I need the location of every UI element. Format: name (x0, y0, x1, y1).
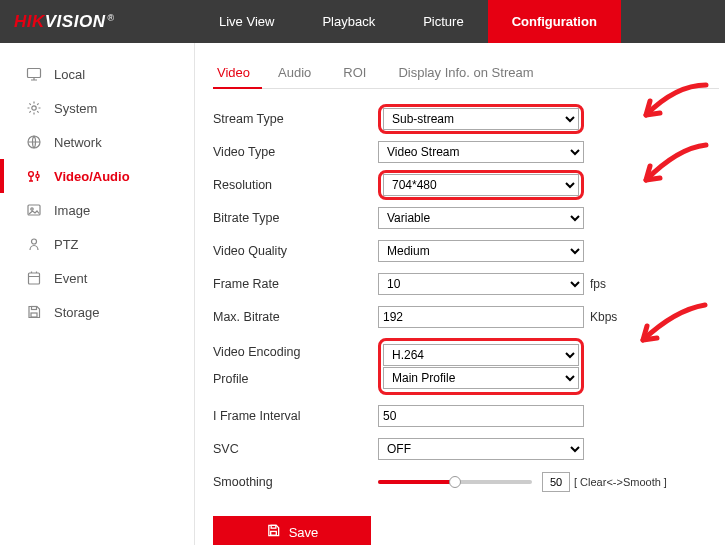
subtab-roi[interactable]: ROI (327, 59, 382, 88)
image-icon (26, 202, 42, 218)
svg-rect-11 (270, 531, 276, 535)
slider-thumb[interactable] (449, 476, 461, 488)
subtab-video[interactable]: Video (213, 59, 262, 88)
sidebar-item-network[interactable]: Network (0, 125, 194, 159)
sidebar-label: Video/Audio (54, 169, 130, 184)
label-frame-rate: Frame Rate (213, 277, 378, 291)
label-resolution: Resolution (213, 178, 378, 192)
sidebar-item-event[interactable]: Event (0, 261, 194, 295)
gear-icon (26, 100, 42, 116)
subtab-audio[interactable]: Audio (262, 59, 327, 88)
tab-picture[interactable]: Picture (399, 0, 487, 43)
app-header: HIKVISION® Live View Playback Picture Co… (0, 0, 725, 43)
highlight-resolution: 704*480 (378, 170, 584, 200)
tab-playback[interactable]: Playback (298, 0, 399, 43)
label-video-encoding: Video Encoding (213, 338, 378, 365)
tab-configuration[interactable]: Configuration (488, 0, 621, 43)
brand-part1: HIK (14, 12, 45, 32)
select-bitrate-type[interactable]: Variable (378, 207, 584, 229)
sidebar-item-storage[interactable]: Storage (0, 295, 194, 329)
sidebar-item-ptz[interactable]: PTZ (0, 227, 194, 261)
input-smoothing-value[interactable] (542, 472, 570, 492)
mic-icon (26, 168, 42, 184)
save-icon (26, 304, 42, 320)
monitor-icon (26, 66, 42, 82)
sidebar-item-video-audio[interactable]: Video/Audio (0, 159, 194, 193)
save-button-label: Save (289, 525, 319, 540)
label-svc: SVC (213, 442, 378, 456)
svg-point-1 (32, 106, 36, 110)
top-nav: Live View Playback Picture Configuration (195, 0, 621, 43)
brand-logo: HIKVISION® (0, 12, 195, 32)
select-profile[interactable]: Main Profile (383, 367, 579, 389)
tab-live-view[interactable]: Live View (195, 0, 298, 43)
svg-rect-0 (28, 69, 41, 78)
label-max-bitrate: Max. Bitrate (213, 310, 378, 324)
select-video-type[interactable]: Video Stream (378, 141, 584, 163)
select-stream-type[interactable]: Sub-stream (383, 108, 579, 130)
highlight-encoding-profile: H.264 Main Profile (378, 338, 584, 395)
label-stream-type: Stream Type (213, 112, 378, 126)
ptz-icon (26, 236, 42, 252)
subtabs: Video Audio ROI Display Info. on Stream (213, 59, 719, 89)
svg-rect-8 (29, 273, 40, 284)
select-video-encoding[interactable]: H.264 (383, 344, 579, 366)
unit-kbps: Kbps (590, 310, 617, 324)
sidebar-label: System (54, 101, 97, 116)
input-i-frame[interactable] (378, 405, 584, 427)
brand-part2: VISION (45, 12, 106, 32)
label-profile: Profile (213, 365, 378, 392)
input-max-bitrate[interactable] (378, 306, 584, 328)
label-smoothing: Smoothing (213, 475, 378, 489)
svg-rect-12 (271, 525, 276, 528)
svg-point-3 (29, 172, 34, 177)
sidebar-label: Local (54, 67, 85, 82)
event-icon (26, 270, 42, 286)
subtab-display-info[interactable]: Display Info. on Stream (382, 59, 549, 88)
globe-icon (26, 134, 42, 150)
select-svc[interactable]: OFF (378, 438, 584, 460)
sidebar-item-image[interactable]: Image (0, 193, 194, 227)
svg-point-6 (31, 208, 33, 210)
sidebar-label: Image (54, 203, 90, 218)
smoothing-range-label: [ Clear<->Smooth ] (574, 476, 667, 488)
sidebar-label: Network (54, 135, 102, 150)
highlight-stream-type: Sub-stream (378, 104, 584, 134)
sidebar-item-local[interactable]: Local (0, 57, 194, 91)
label-bitrate-type: Bitrate Type (213, 211, 378, 225)
svg-rect-10 (32, 307, 37, 310)
brand-registered: ® (107, 13, 114, 23)
label-video-type: Video Type (213, 145, 378, 159)
sidebar-item-system[interactable]: System (0, 91, 194, 125)
select-video-quality[interactable]: Medium (378, 240, 584, 262)
unit-fps: fps (590, 277, 606, 291)
save-icon (266, 523, 289, 541)
select-resolution[interactable]: 704*480 (383, 174, 579, 196)
label-video-quality: Video Quality (213, 244, 378, 258)
smoothing-slider[interactable] (378, 480, 532, 484)
svg-rect-9 (31, 313, 37, 317)
select-frame-rate[interactable]: 10 (378, 273, 584, 295)
svg-point-4 (36, 174, 39, 177)
save-button[interactable]: Save (213, 516, 371, 545)
sidebar-label: PTZ (54, 237, 79, 252)
content-panel: Video Audio ROI Display Info. on Stream … (195, 43, 725, 545)
sidebar-label: Storage (54, 305, 100, 320)
sidebar-label: Event (54, 271, 87, 286)
svg-point-7 (32, 239, 37, 244)
label-i-frame: I Frame Interval (213, 409, 378, 423)
sidebar: Local System Network Video/Audio Image P… (0, 43, 195, 545)
